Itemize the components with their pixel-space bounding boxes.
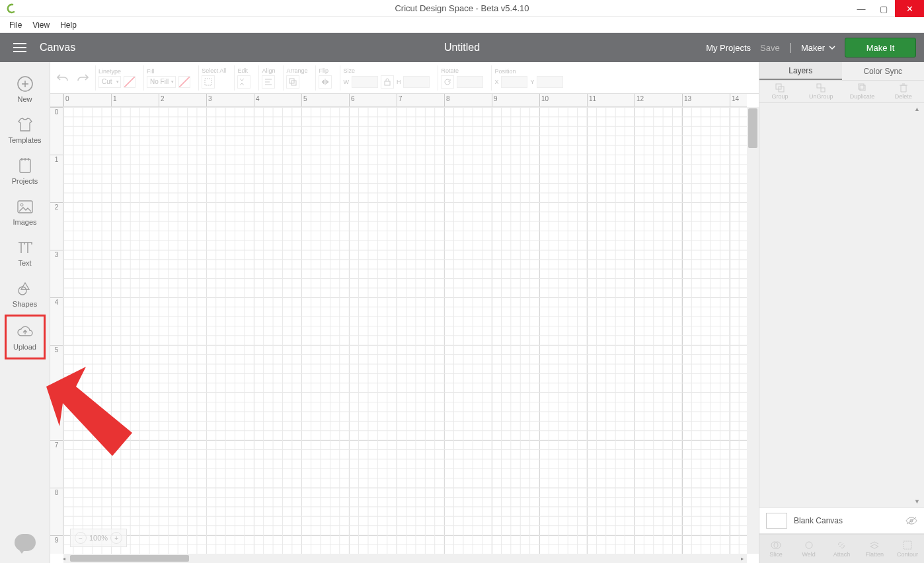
rotate-label: Rotate bbox=[441, 67, 483, 74]
ruler-h-tick: 6 bbox=[349, 94, 355, 106]
flatten-button[interactable]: Flatten bbox=[858, 535, 891, 563]
tab-layers[interactable]: Layers bbox=[759, 62, 842, 80]
make-it-button[interactable]: Make It bbox=[845, 38, 916, 57]
ruler-h-tick: 0 bbox=[63, 94, 69, 106]
arrange-dropdown[interactable] bbox=[286, 75, 299, 89]
sidebar-text[interactable]: Text bbox=[5, 233, 46, 274]
scroll-down-icon[interactable]: ▼ bbox=[914, 498, 920, 505]
sidebar-new[interactable]: New bbox=[5, 69, 46, 110]
linetype-dropdown[interactable]: Cut bbox=[98, 76, 121, 88]
fill-dropdown[interactable]: No Fill bbox=[147, 76, 176, 88]
image-icon bbox=[17, 198, 34, 215]
attach-button[interactable]: Attach bbox=[826, 535, 859, 563]
lock-aspect-button[interactable] bbox=[381, 75, 394, 89]
work-area: Linetype Cut Fill No Fill Select All Edi… bbox=[50, 62, 759, 563]
sidebar-projects[interactable]: Projects bbox=[5, 151, 46, 192]
window-title: Cricut Design Space - Beta v5.4.10 bbox=[395, 3, 529, 13]
rotate-input[interactable] bbox=[457, 76, 483, 88]
sidebar-shapes-label: Shapes bbox=[13, 300, 37, 308]
vertical-scrollbar[interactable] bbox=[747, 107, 759, 554]
ruler-h-tick: 14 bbox=[730, 94, 739, 106]
ruler-corner bbox=[50, 94, 63, 107]
sidebar-new-label: New bbox=[17, 95, 32, 103]
layer-duplicate-button[interactable]: Duplicate bbox=[842, 81, 883, 102]
arrange-label: Arrange bbox=[286, 67, 307, 74]
sidebar-upload-label: Upload bbox=[13, 343, 36, 351]
svg-rect-12 bbox=[821, 88, 825, 92]
ruler-v-tick: 1 bbox=[50, 155, 63, 163]
zoom-in-button[interactable]: + bbox=[110, 532, 122, 544]
window-minimize-button[interactable]: — bbox=[850, 0, 872, 17]
sidebar-templates[interactable]: Templates bbox=[5, 110, 46, 151]
hamburger-menu-button[interactable] bbox=[0, 43, 40, 52]
ruler-h-tick: 5 bbox=[301, 94, 307, 106]
redo-button[interactable] bbox=[75, 71, 90, 85]
plus-circle-icon bbox=[17, 75, 34, 93]
height-input[interactable] bbox=[403, 76, 430, 88]
size-label: Size bbox=[343, 67, 430, 74]
property-bar: Linetype Cut Fill No Fill Select All Edi… bbox=[50, 62, 759, 94]
canvas-area[interactable]: 01234567891011121314 0123456789 ◂▸ − 100… bbox=[50, 94, 759, 563]
menu-bar: File View Help bbox=[0, 17, 924, 33]
slice-button[interactable]: Slice bbox=[759, 535, 792, 563]
layer-delete-button[interactable]: Delete bbox=[883, 81, 924, 102]
edit-label: Edit bbox=[237, 67, 250, 74]
layer-ungroup-button[interactable]: UnGroup bbox=[800, 81, 841, 102]
menu-help[interactable]: Help bbox=[55, 19, 82, 31]
select-all-button[interactable] bbox=[202, 75, 215, 89]
undo-button[interactable] bbox=[56, 71, 70, 85]
x-input[interactable] bbox=[501, 76, 527, 88]
vertical-ruler: 0123456789 bbox=[50, 107, 63, 554]
canvas-grid[interactable] bbox=[63, 107, 747, 554]
scroll-up-icon[interactable]: ▲ bbox=[914, 106, 920, 112]
fill-swatch[interactable] bbox=[178, 76, 190, 88]
linetype-label: Linetype bbox=[98, 68, 135, 75]
weld-button[interactable]: Weld bbox=[792, 535, 826, 563]
ruler-h-tick: 13 bbox=[682, 94, 691, 106]
visibility-toggle-icon[interactable] bbox=[905, 517, 917, 525]
svg-rect-11 bbox=[817, 84, 821, 88]
width-input[interactable] bbox=[352, 76, 378, 88]
ruler-h-tick: 12 bbox=[635, 94, 644, 106]
horizontal-scrollbar[interactable]: ◂▸ bbox=[63, 554, 747, 563]
header-divider: | bbox=[789, 42, 792, 54]
edit-dropdown[interactable] bbox=[237, 75, 250, 89]
ruler-h-tick: 2 bbox=[159, 94, 165, 106]
tab-color-sync[interactable]: Color Sync bbox=[842, 62, 925, 80]
sidebar-shapes[interactable]: Shapes bbox=[5, 274, 46, 315]
flip-dropdown[interactable] bbox=[319, 75, 332, 89]
menu-file[interactable]: File bbox=[4, 19, 27, 31]
svg-rect-18 bbox=[904, 541, 911, 549]
sidebar-upload[interactable]: Upload bbox=[5, 315, 46, 359]
machine-selector[interactable]: Maker bbox=[801, 43, 835, 53]
save-button[interactable]: Save bbox=[760, 43, 780, 53]
sidebar-images-label: Images bbox=[13, 218, 36, 226]
ruler-v-tick: 8 bbox=[50, 488, 63, 496]
document-title[interactable]: Untitled bbox=[444, 42, 480, 54]
blank-canvas-row[interactable]: Blank Canvas bbox=[759, 507, 924, 534]
menu-view[interactable]: View bbox=[27, 19, 55, 31]
svg-rect-13 bbox=[860, 85, 865, 91]
chat-bubble-icon[interactable] bbox=[15, 534, 36, 551]
selectall-label: Select All bbox=[202, 67, 226, 74]
align-dropdown[interactable] bbox=[262, 75, 275, 89]
zoom-out-button[interactable]: − bbox=[75, 532, 87, 544]
rotate-icon bbox=[441, 75, 454, 89]
linetype-swatch[interactable] bbox=[124, 76, 135, 88]
ruler-h-tick: 9 bbox=[492, 94, 498, 106]
y-label: Y bbox=[530, 79, 534, 85]
canvas-label: Canvas bbox=[40, 42, 75, 54]
ruler-h-tick: 8 bbox=[444, 94, 450, 106]
window-close-button[interactable]: ✕ bbox=[895, 0, 924, 17]
zoom-level: 100% bbox=[89, 534, 108, 542]
layer-group-button[interactable]: Group bbox=[759, 81, 800, 102]
window-maximize-button[interactable]: ▢ bbox=[872, 0, 895, 17]
ruler-h-tick: 3 bbox=[206, 94, 212, 106]
sidebar-images[interactable]: Images bbox=[5, 192, 46, 233]
my-projects-link[interactable]: My Projects bbox=[706, 43, 751, 53]
ruler-v-tick: 5 bbox=[50, 345, 63, 354]
contour-button[interactable]: Contour bbox=[891, 535, 924, 563]
ruler-v-tick: 3 bbox=[50, 250, 63, 258]
layer-list: ▲ ▼ bbox=[759, 103, 924, 507]
y-input[interactable] bbox=[537, 76, 563, 88]
